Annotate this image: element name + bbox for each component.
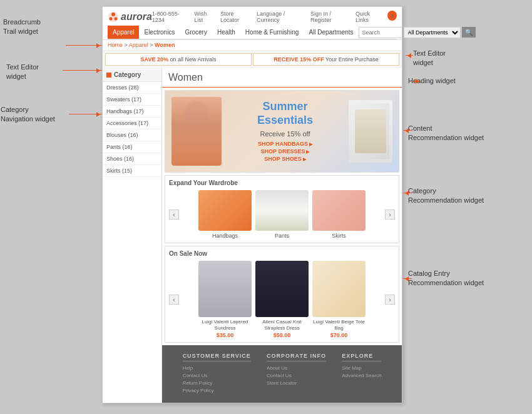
- category-icon: [106, 73, 111, 78]
- skirts-image[interactable]: [312, 190, 366, 231]
- nav-all-departments[interactable]: All Departments: [304, 26, 358, 39]
- svg-point-3: [115, 18, 118, 21]
- category-handbags[interactable]: Handbags (17): [103, 106, 161, 118]
- dress2-image[interactable]: [255, 261, 309, 317]
- content-rec-arrow: [403, 130, 412, 131]
- footer-help-link[interactable]: Help: [183, 365, 251, 371]
- sale-items: ‹ Luigi Valenti Layered Sundress $35.00 …: [169, 261, 395, 338]
- category-sweaters[interactable]: Sweaters (17): [103, 94, 161, 106]
- category-accessories[interactable]: Accessories (17): [103, 118, 161, 129]
- nav-apparel[interactable]: Apparel: [108, 26, 139, 39]
- nav-electronics[interactable]: Electronics: [139, 26, 180, 39]
- category-nav-arrow: [69, 114, 102, 114]
- footer-explore-heading: Explore: [342, 353, 381, 361]
- breadcrumb-bar: Home > Apparel > Women: [103, 40, 402, 51]
- carousel-items: ‹ Handbags Pants: [169, 190, 395, 239]
- category-rec-arrow: [403, 193, 412, 193]
- navigation-bar: Apparel Electronics Grocery Health Home …: [108, 26, 397, 39]
- carousel-product-skirts: Skirts: [312, 190, 366, 239]
- footer-contact-link[interactable]: Contact Us: [183, 373, 251, 378]
- logo-text: aurora: [121, 11, 152, 23]
- nav-grocery[interactable]: Grocery: [180, 26, 212, 39]
- handbags-image[interactable]: [198, 190, 252, 231]
- footer-privacy-link[interactable]: Privacy Policy: [183, 388, 251, 393]
- hero-model-image: [171, 97, 222, 166]
- footer-store-locator-link[interactable]: Store Locator: [267, 380, 326, 386]
- promo-bar-2: RECEIVE 15% OFF Your Entire Purchase: [253, 53, 399, 66]
- carousel-title: Expand Your Wardrobe: [169, 179, 395, 186]
- category-blouses[interactable]: Blouses (16): [103, 129, 161, 141]
- hero-product-image: [349, 100, 392, 163]
- carousel-product-handbags: Handbags: [198, 190, 252, 239]
- category-skirts[interactable]: Skirts (15): [103, 165, 161, 177]
- category-pants[interactable]: Pants (16): [103, 141, 161, 153]
- main-content: Women SummerEssentials Receive 15% off S…: [162, 68, 402, 403]
- pants-label: Pants: [255, 233, 309, 239]
- wish-list-link[interactable]: Wish List: [194, 11, 215, 23]
- department-select[interactable]: All Departments: [404, 27, 461, 38]
- svg-point-2: [110, 18, 113, 21]
- sale-next-arrow[interactable]: ›: [385, 295, 395, 305]
- promo-bars: SAVE 20% on all New Arrivals RECEIVE 15%…: [103, 51, 402, 68]
- text-editor-right-arrow: [406, 55, 413, 56]
- shop-shoes-link[interactable]: SHOP SHOES: [228, 155, 342, 163]
- carousel-prev-arrow[interactable]: ‹: [169, 210, 179, 220]
- bag-image[interactable]: [312, 261, 366, 317]
- sale-prev-arrow[interactable]: ‹: [169, 295, 179, 305]
- breadcrumb-arrow: [66, 45, 102, 46]
- footer-corporate-heading: Corporate Info: [267, 353, 326, 361]
- site-header: aurora 1-800-555-1234 Wish List Store Lo…: [103, 7, 402, 40]
- footer-about-link[interactable]: About Us: [267, 365, 326, 371]
- footer-explore: Explore Site Map Advanced Search: [342, 353, 381, 395]
- skirts-label: Skirts: [312, 233, 366, 239]
- category-shoes[interactable]: Shoes (16): [103, 153, 161, 165]
- handbags-label: Handbags: [198, 233, 252, 239]
- footer-customer-service: Customer Service Help Contact Us Return …: [183, 353, 251, 395]
- search-area: All Departments 🔍: [359, 27, 476, 38]
- footer-advanced-search-link[interactable]: Advanced Search: [342, 373, 381, 378]
- nav-health[interactable]: Health: [212, 26, 240, 39]
- sale-products: Luigi Valenti Layered Sundress $35.00 Al…: [182, 261, 382, 338]
- promo-bar-1: SAVE 20% on all New Arrivals: [105, 53, 252, 66]
- footer-return-link[interactable]: Return Policy: [183, 380, 251, 386]
- footer-sitemap-link[interactable]: Site Map: [342, 365, 381, 371]
- sale-title: On Sale Now: [169, 250, 395, 257]
- text-editor-left-arrow: [63, 70, 102, 71]
- heading-arrow: [412, 81, 421, 82]
- breadcrumb-women[interactable]: Women: [155, 42, 175, 48]
- carousel-section: Expand Your Wardrobe ‹ Handbags Pants: [165, 175, 399, 243]
- language-currency-link[interactable]: Language / Currency: [257, 11, 305, 23]
- footer-contact2-link[interactable]: Contact Us: [267, 373, 326, 378]
- breadcrumb-home[interactable]: Home: [108, 42, 123, 48]
- carousel-next-arrow[interactable]: ›: [385, 210, 395, 220]
- sidebar-title-text: Category: [114, 71, 141, 78]
- quick-links[interactable]: Quick Links: [356, 11, 382, 23]
- footer-customer-service-heading: Customer Service: [183, 353, 251, 361]
- section-heading: Women: [162, 68, 402, 88]
- search-button[interactable]: 🔍: [462, 27, 476, 38]
- shop-handbags-link[interactable]: SHOP HANDBAGS: [228, 140, 342, 148]
- phone-number: 1-800-555-1234: [152, 11, 189, 23]
- store-locator-link[interactable]: Store Locator: [220, 11, 252, 23]
- dress2-price: $50.00: [255, 332, 309, 338]
- shop-dresses-link[interactable]: SHOP DRESSES: [228, 148, 342, 155]
- hero-subtitle: Receive 15% off: [228, 130, 342, 138]
- site-footer: Customer Service Help Contact Us Return …: [162, 345, 402, 403]
- nav-home-furnishing[interactable]: Home & Furnishing: [240, 26, 304, 39]
- annotation-category-nav: Category Navigation widget: [1, 105, 55, 124]
- site-logo[interactable]: aurora: [108, 11, 152, 23]
- sale-product-2: Alleni Casual Knit Strapless Dress $50.0…: [255, 261, 309, 338]
- hero-banner: SummerEssentials Receive 15% off SHOP HA…: [165, 90, 399, 173]
- annotation-text-editor-right: Text Editorwidget: [413, 49, 446, 68]
- signin-link[interactable]: Sign In / Register: [310, 11, 350, 23]
- sale-section: On Sale Now ‹ Luigi Valenti Layered Sund…: [165, 246, 399, 343]
- breadcrumb-apparel[interactable]: Apparel: [129, 42, 148, 48]
- category-dresses[interactable]: Dresses (28): [103, 82, 161, 94]
- cart-icon[interactable]: 3: [387, 11, 397, 21]
- pants-image[interactable]: [255, 190, 309, 231]
- search-input[interactable]: [359, 27, 402, 38]
- svg-point-1: [111, 13, 115, 16]
- annotation-content-rec: ContentRecommendation widget: [408, 124, 484, 143]
- dress2-name: Alleni Casual Knit Strapless Dress: [255, 319, 309, 331]
- dress1-image[interactable]: [198, 261, 252, 317]
